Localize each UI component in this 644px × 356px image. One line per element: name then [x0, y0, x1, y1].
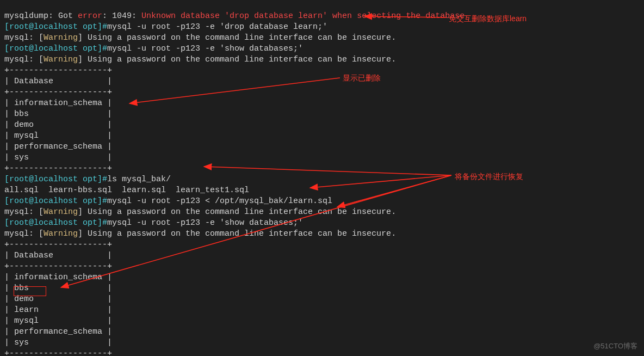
error-word: error [78, 11, 102, 21]
table-row: | mysql | [4, 316, 112, 326]
error-msg: Unknown database 'drop database learn' w… [141, 11, 465, 21]
table-header: | Database | [4, 77, 112, 86]
command-ls: ls mysql_bak/ [107, 175, 171, 184]
prompt[interactable]: [root@localhost opt]# [4, 44, 107, 53]
table-row: | sys | [4, 338, 112, 347]
table-row: | information_schema | [4, 99, 112, 108]
table-row: | performance_schema | [4, 142, 112, 151]
terminal-output: mysqldump: Got error: 1049: Unknown data… [4, 0, 465, 356]
highlight-box-learn [14, 286, 46, 296]
command-show-db2: mysql -u root -p123 -e 'show databases;' [107, 218, 303, 228]
prompt[interactable]: [root@localhost opt]# [4, 218, 107, 228]
table-row-learn: | learn | [4, 305, 112, 315]
watermark: @51CTO博客 [593, 341, 637, 352]
table-row: | information_schema | [4, 273, 112, 282]
table-row: | demo | [4, 120, 112, 130]
ls-output: all.sql learn-bbs.sql learn.sql learn_te… [4, 186, 249, 195]
command-drop-db: mysql -u root -p123 -e 'drop database le… [107, 22, 327, 32]
table-row: | sys | [4, 153, 112, 162]
table-row: | performance_schema | [4, 327, 112, 336]
annotation-deleted: 显示已删除 [343, 72, 381, 83]
annotation-drop-db: 免交互删除数据库learn [449, 13, 527, 24]
prompt[interactable]: [root@localhost opt]# [4, 22, 107, 32]
annotation-restore: 将备份文件进行恢复 [455, 171, 523, 182]
table-row: | bbs | [4, 109, 112, 119]
command-restore: mysql -u root -p123 < /opt/mysql_bak/lea… [107, 197, 332, 206]
table-border: +--------------------+ [4, 66, 112, 75]
warning-word: Warning [44, 33, 78, 42]
line-error-prefix: mysqldump: Got [4, 11, 78, 21]
table-row: | mysql | [4, 131, 112, 140]
prompt[interactable]: [root@localhost opt]# [4, 197, 107, 206]
table-header: | Database | [4, 251, 112, 260]
command-show-db: mysql -u root -p123 -e 'show databases;' [107, 44, 303, 53]
prompt[interactable]: [root@localhost opt]# [4, 175, 107, 184]
